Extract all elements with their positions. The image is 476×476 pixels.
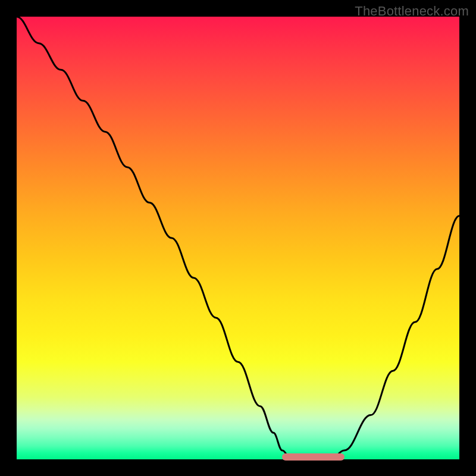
optimal-range-marker	[282, 453, 344, 461]
watermark-text: TheBottleneck.com	[355, 4, 469, 19]
plot-area	[17, 17, 459, 459]
chart-frame: TheBottleneck.com	[0, 0, 476, 476]
bottleneck-curve-line	[17, 17, 459, 459]
curve-svg	[17, 17, 459, 459]
